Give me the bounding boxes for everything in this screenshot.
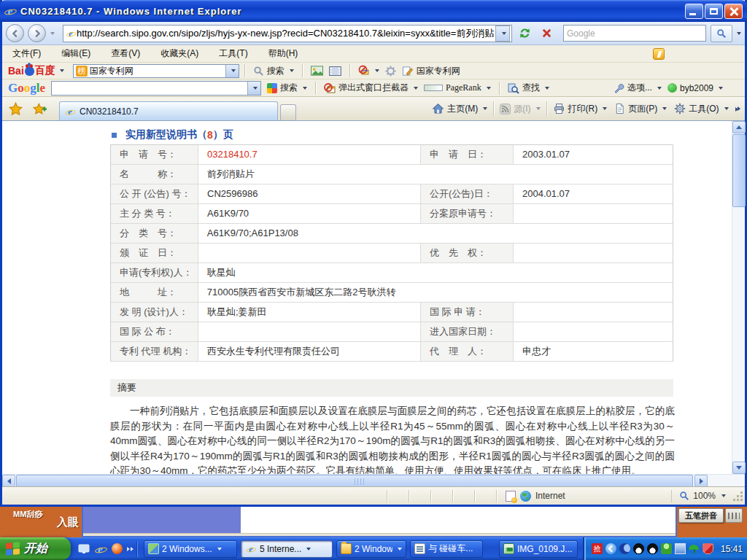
tray-qq-icon[interactable] <box>647 543 658 554</box>
search-options-dropdown[interactable] <box>734 24 742 42</box>
vertical-scroll-thumb[interactable] <box>732 134 746 207</box>
new-tab-button[interactable] <box>280 104 296 120</box>
baidu-search-button[interactable]: 搜索 <box>250 63 297 79</box>
google-popup-blocker-button[interactable]: 弹出式窗口拦截器 <box>321 80 421 96</box>
menu-help[interactable]: 帮助(H) <box>258 45 309 62</box>
minimize-button[interactable] <box>685 4 703 19</box>
tray-browser-icon[interactable] <box>619 543 630 554</box>
google-search-input[interactable] <box>52 82 247 94</box>
google-pagerank-button[interactable]: PageRank <box>421 81 494 95</box>
google-logo[interactable]: Google <box>8 81 45 96</box>
zoom-control[interactable]: 100% <box>671 490 726 502</box>
google-options-button[interactable]: 选项... <box>610 80 665 96</box>
horizontal-scrollbar[interactable] <box>2 474 745 486</box>
menu-edit[interactable]: 编辑(E) <box>51 45 101 62</box>
vertical-scrollbar[interactable] <box>732 121 745 474</box>
scroll-up-button[interactable] <box>732 121 746 133</box>
google-search-field[interactable] <box>51 81 261 96</box>
ie-window: e CN03218410.7 - Windows Internet Explor… <box>0 0 747 507</box>
tools-button[interactable]: 工具(O) <box>670 100 732 118</box>
tray-network-icon[interactable] <box>675 543 686 554</box>
row-label: 国 际 申 请： <box>421 303 514 322</box>
stop-icon <box>541 28 552 39</box>
baidu-logo-dropdown[interactable] <box>60 69 64 72</box>
search-go-button[interactable] <box>711 25 732 42</box>
back-button[interactable] <box>6 24 24 42</box>
baidu-highlight-button[interactable]: 国家专利网 <box>399 63 463 79</box>
taskbar-button-group-windows[interactable]: 2 Windows... <box>144 540 237 558</box>
resize-grip[interactable] <box>732 490 743 502</box>
chevron-down-icon <box>545 87 549 90</box>
maximize-button[interactable] <box>705 4 723 19</box>
add-favorite-button[interactable] <box>31 100 48 117</box>
quicklaunch-browser-icon[interactable] <box>110 542 124 556</box>
baidu-search-field[interactable]: 榜 国家专利网 <box>73 64 239 78</box>
baidu-logo[interactable]: Bai百度 <box>8 64 55 77</box>
google-history-dropdown[interactable] <box>247 82 260 95</box>
forward-button[interactable] <box>28 24 46 42</box>
baidu-popup-blocker-button[interactable] <box>355 63 382 78</box>
row-label: 分 类 号： <box>111 224 198 243</box>
taskbar-clock[interactable]: 15:41 <box>721 544 743 554</box>
background-window[interactable] <box>82 507 677 537</box>
menu-view[interactable]: 查看(V) <box>101 45 150 62</box>
recent-pages-dropdown[interactable] <box>47 24 55 42</box>
taskbar-button-ie-group[interactable]: e 5 Interne... <box>241 540 333 558</box>
quicklaunch-desktop-icon[interactable] <box>77 542 90 556</box>
favorites-center-button[interactable] <box>7 100 24 117</box>
scroll-left-button[interactable] <box>2 475 15 487</box>
start-button[interactable]: 开始 <box>0 537 71 560</box>
baidu-image-button[interactable] <box>308 64 326 77</box>
page-button[interactable]: 页面(P) <box>611 100 670 118</box>
google-options-label: 选项... <box>627 82 652 94</box>
feeds-button[interactable]: 源(I) <box>496 100 543 118</box>
ime-keyboard-icon[interactable] <box>725 508 743 523</box>
page-title[interactable]: 实用新型说明书（8）页 <box>112 128 233 141</box>
quicklaunch-ie-icon[interactable]: e <box>93 542 107 556</box>
taskbar-button-explorer-group[interactable]: 2 Windows... <box>336 540 406 558</box>
baidu-bang-icon[interactable]: 榜 <box>76 66 88 77</box>
separator <box>499 82 500 95</box>
tray-collapse-icon[interactable] <box>605 543 616 554</box>
baidu-video-button[interactable] <box>326 65 344 77</box>
search-box[interactable] <box>563 25 706 42</box>
refresh-button[interactable] <box>515 24 534 42</box>
google-ball-icon <box>267 83 277 93</box>
horizontal-scroll-thumb[interactable] <box>16 475 693 487</box>
ime-language-button[interactable]: 五笔拼音 <box>678 508 724 523</box>
tab-active[interactable]: e CN03218410.7 <box>59 101 278 120</box>
security-zone[interactable]: Internet <box>506 491 565 502</box>
scroll-right-button[interactable] <box>694 475 708 487</box>
title-bar[interactable]: e CN03218410.7 - Windows Internet Explor… <box>0 0 747 22</box>
google-find-button[interactable]: 查找 <box>505 80 552 96</box>
baidu-history-dropdown[interactable] <box>225 65 239 77</box>
taskbar: 开始 e 2 Windows... e 5 Interne... 2 Windo… <box>0 537 747 560</box>
scroll-down-button[interactable] <box>732 462 746 474</box>
quicklaunch-overflow-button[interactable] <box>127 547 133 551</box>
stop-button[interactable] <box>537 24 556 42</box>
close-button[interactable] <box>724 4 743 19</box>
menu-favorites[interactable]: 收藏夹(A) <box>150 45 209 62</box>
google-search-button[interactable]: 搜索 <box>264 80 310 96</box>
taskbar-button-notepad[interactable]: 与 碰碰车... <box>410 540 483 558</box>
toolbar-overflow-button[interactable] <box>735 107 741 111</box>
baidu-settings-button[interactable] <box>382 64 399 78</box>
tray-umbrella-icon[interactable] <box>689 543 700 554</box>
menu-tools[interactable]: 工具(T) <box>209 45 258 62</box>
tray-app-icon[interactable]: 抢 <box>592 543 603 554</box>
baidu-query-text[interactable]: 国家专利网 <box>90 65 225 77</box>
thunder-plugin-icon[interactable] <box>653 48 665 60</box>
tray-messenger-icon[interactable] <box>661 543 672 554</box>
google-account-button[interactable]: byb2009 <box>665 82 726 95</box>
tray-security-icon[interactable] <box>703 543 713 554</box>
address-dropdown[interactable] <box>495 26 510 42</box>
search-input[interactable] <box>567 28 703 39</box>
menu-file[interactable]: 文件(F) <box>2 45 51 62</box>
home-button[interactable]: 主页(M) <box>428 100 491 118</box>
address-input[interactable] <box>77 26 495 41</box>
print-button[interactable]: 打印(R) <box>549 100 611 118</box>
arrow-up-icon <box>736 125 742 129</box>
address-field[interactable]: e <box>63 25 512 42</box>
taskbar-button-image-viewer[interactable]: IMG_0109.J... <box>499 540 578 558</box>
tray-qq-icon[interactable] <box>633 543 644 554</box>
